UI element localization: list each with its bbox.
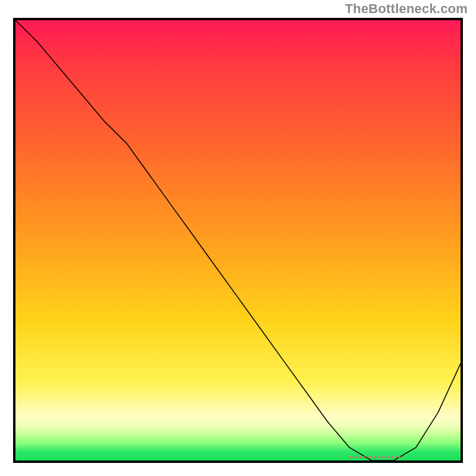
chart-plot-frame (13, 18, 463, 463)
chart-stage: TheBottleneck.com (0, 0, 476, 476)
chart-line-series (15, 20, 461, 461)
chart-curve-svg (15, 20, 461, 461)
watermark-text: TheBottleneck.com (345, 1, 468, 17)
